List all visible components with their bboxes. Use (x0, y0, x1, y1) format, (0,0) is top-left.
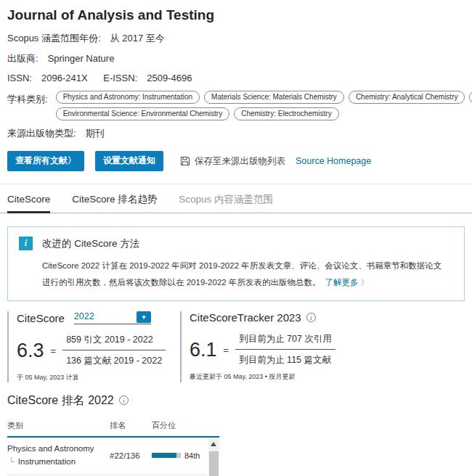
rank-section-title: CiteScore 排名 2022 (7, 393, 114, 409)
subject-chip-row: Environmental Science: Environmental Che… (56, 107, 472, 120)
source-type-line: 来源出版物类型:期刊 (7, 127, 465, 140)
citescore-numerator: 859 引文 2019 - 2022 (62, 334, 166, 350)
percentile-bar-fill (152, 453, 176, 458)
rank-table-row[interactable]: Physics and Astronomy└Instrumentation#22… (7, 438, 207, 475)
save-to-source-list-link[interactable]: 保存至来源出版物列表 (180, 155, 285, 168)
tracker-title-row: CiteScoreTracker 2023 i (190, 311, 465, 324)
scroll-up-icon[interactable] (211, 442, 216, 446)
tab-bar: CiteScoreCiteScore 排名趋势Scopus 内容涵盖范围 (0, 184, 472, 213)
tracker-title: CiteScoreTracker 2023 (190, 311, 301, 324)
citescore-title-row: CiteScore 2022 ▼ (17, 311, 173, 324)
scrollbar-thumb[interactable] (209, 451, 219, 476)
subject-chips: Physics and Astronomy: InstrumentationMa… (56, 91, 472, 120)
tab-citescore-排名趋势[interactable]: CiteScore 排名趋势 (72, 184, 157, 213)
infobox-body-text: CiteScore 2022 计算在 2019-2022 年间对 2019-20… (42, 261, 442, 287)
percentile-bar (152, 453, 181, 458)
rank-info-icon[interactable]: i (119, 395, 129, 405)
save-icon (180, 156, 190, 166)
source-type-label: 来源出版物类型: (7, 128, 76, 139)
subject-label: 学科类别: (7, 91, 48, 120)
source-homepage-link[interactable]: Source Homepage (296, 156, 371, 166)
page-title: Journal of Analysis and Testing (7, 7, 465, 23)
coverage-value: 从 2017 至今 (110, 33, 165, 44)
citescore-value: 6.3 (17, 340, 44, 362)
percentile-cell: 84th (152, 451, 207, 460)
tracker-fraction: 到目前为止 707 次引用 到目前为止 115 篇文献 (235, 333, 335, 366)
issn-value: 2096-241X (41, 73, 88, 83)
rank-table: 类别 排名 百分位 Physics and Astronomy└Instrume… (7, 420, 219, 476)
subject-chip[interactable]: Chemistry: Electrochemistry (234, 107, 338, 120)
tracker-value: 6.1 (190, 339, 217, 361)
rank-rows: Physics and Astronomy└Instrumentation#22… (7, 438, 219, 476)
coverage-label: Scopus 涵盖范围年份: (7, 33, 101, 44)
infobox-body: CiteScore 2022 计算在 2019-2022 年间对 2019-20… (42, 258, 443, 291)
category-name: Physics and Astronomy (7, 443, 110, 456)
subject-chip[interactable]: Physics and Astronomy: Instrumentation (56, 91, 200, 104)
rank-rows-viewport: Physics and Astronomy└Instrumentation#22… (7, 438, 219, 476)
eissn-value: 2509-4696 (147, 73, 192, 83)
set-document-alert-button[interactable]: 设置文献通知 (95, 151, 163, 171)
citescore-rank-section: CiteScore 排名 2022 i 类别 排名 百分位 Physics an… (7, 393, 465, 476)
info-icon: i (19, 237, 33, 250)
citescore-panel: CiteScore 2022 ▼ 6.3 = 859 引文 2019 - 202… (7, 311, 173, 382)
rank-value: #22/136 (110, 451, 152, 460)
equals-sign: = (51, 345, 57, 356)
save-to-source-list-label: 保存至来源出版物列表 (195, 155, 285, 168)
citescore-tracker-panel: CiteScoreTracker 2023 i 6.1 = 到目前为止 707 … (180, 311, 465, 382)
citescore-year-select[interactable]: 2022 ▼ (74, 311, 151, 324)
citescore-denominator: 136 篇文献 2019 - 2022 (62, 350, 166, 367)
eissn-label: E-ISSN: (103, 73, 137, 83)
journal-header: Journal of Analysis and Testing Scopus 涵… (0, 0, 472, 171)
source-type-value: 期刊 (86, 128, 105, 139)
percentile-label: 84th (184, 451, 200, 460)
citescore-title: CiteScore (17, 312, 65, 324)
tracker-footnote: 最近更新于 05 May, 2023 • 按月更新 (190, 372, 465, 382)
publisher-line: 出版商:Springer Nature (7, 52, 465, 65)
publisher-value: Springer Nature (48, 53, 115, 64)
subject-chip[interactable]: Chemistry: Spectroscopy (469, 91, 472, 104)
rank-table-header: 类别 排名 百分位 (7, 420, 219, 438)
chevron-down-icon[interactable]: ▼ (137, 311, 151, 323)
citescore-panels: CiteScore 2022 ▼ 6.3 = 859 引文 2019 - 202… (7, 311, 465, 382)
citescore-footnote: 于 05 May, 2023 计算 (17, 373, 173, 382)
publisher-label: 出版商: (7, 53, 38, 64)
citescore-methodology-infobox: i 改进的 CiteScore 方法 CiteScore 2022 计算在 20… (7, 226, 465, 301)
rank-title-row: CiteScore 排名 2022 i (7, 393, 465, 409)
tracker-info-icon[interactable]: i (306, 313, 316, 322)
column-header-category: 类别 (7, 420, 110, 431)
subject-area: 学科类别: Physics and Astronomy: Instrumenta… (7, 91, 465, 120)
column-header-percentile: 百分位 (152, 420, 207, 431)
subject-chip-row: Physics and Astronomy: InstrumentationMa… (56, 91, 472, 104)
equals-sign: = (224, 345, 229, 356)
infobox-content: 改进的 CiteScore 方法 CiteScore 2022 计算在 2019… (42, 237, 443, 291)
issn-label: ISSN: (7, 73, 32, 83)
tree-elbow-icon: └ (9, 457, 15, 466)
rank-table-scrollbar[interactable] (208, 438, 219, 476)
coverage-line: Scopus 涵盖范围年份:从 2017 至今 (7, 32, 465, 45)
learn-more-link[interactable]: 了解更多 〉 (325, 278, 369, 287)
tab-citescore[interactable]: CiteScore (7, 185, 50, 213)
citescore-fraction: 859 引文 2019 - 2022 136 篇文献 2019 - 2022 (62, 334, 166, 367)
subject-chip[interactable]: Environmental Science: Environmental Che… (56, 107, 230, 120)
subcategory-name: └Instrumentation (7, 456, 110, 469)
subject-chip[interactable]: Chemistry: Analytical Chemistry (349, 91, 465, 104)
subject-chip[interactable]: Materials Science: Materials Chemistry (204, 91, 344, 104)
issn-line: ISSN:2096-241X E-ISSN:2509-4696 (7, 73, 465, 83)
tracker-numerator: 到目前为止 707 次引用 (235, 333, 335, 350)
tab-scopus-内容涵盖范围[interactable]: Scopus 内容涵盖范围 (179, 184, 273, 213)
citescore-year-value: 2022 (74, 311, 94, 324)
tracker-denominator: 到目前为止 115 篇文献 (235, 350, 335, 366)
view-all-documents-button[interactable]: 查看所有文献〉 (7, 151, 84, 171)
action-bar: 查看所有文献〉 设置文献通知 保存至来源出版物列表 Source Homepag… (7, 151, 465, 171)
infobox-title: 改进的 CiteScore 方法 (42, 237, 443, 250)
citescore-value-row: 6.3 = 859 引文 2019 - 2022 136 篇文献 2019 - … (17, 334, 173, 367)
category-cell: Physics and Astronomy└Instrumentation (7, 443, 110, 469)
tracker-value-row: 6.1 = 到目前为止 707 次引用 到目前为止 115 篇文献 (190, 333, 465, 366)
column-header-rank: 排名 (110, 420, 152, 431)
